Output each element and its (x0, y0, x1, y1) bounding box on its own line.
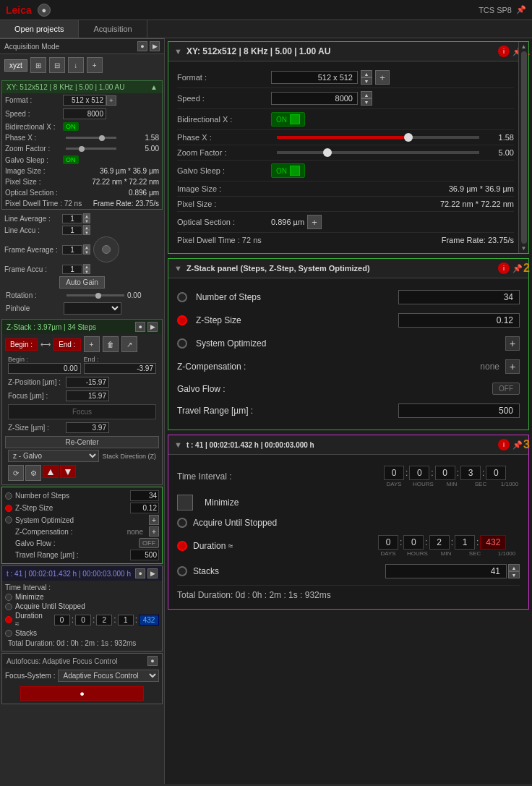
grid2-icon-btn[interactable]: ⊟ (49, 57, 65, 73)
sidebar-zoom-slider[interactable] (66, 148, 116, 150)
begin-btn[interactable]: Begin : (5, 338, 38, 351)
stepper-down-2[interactable]: ▼ (83, 230, 90, 235)
stepper-down-4[interactable]: ▼ (83, 269, 90, 274)
p3-dur-sec-input[interactable] (455, 535, 475, 550)
acq-icon-2[interactable]: ▶ (150, 41, 160, 51)
re-center-btn[interactable]: Re-Center (5, 436, 159, 448)
sidebar-line-avg-stepper[interactable]: ▲ ▼ (83, 213, 90, 223)
steps-input[interactable] (130, 490, 159, 501)
dur-ms-input[interactable] (139, 615, 159, 625)
p3-dur-min-input[interactable] (429, 535, 450, 550)
galvoflow-toggle[interactable]: OFF (139, 538, 159, 548)
p1-phase-slider[interactable] (277, 136, 479, 139)
af-icon[interactable]: ● (147, 656, 158, 666)
sidebar-galvo-toggle[interactable]: ON (63, 155, 79, 164)
p3-days-input[interactable] (384, 466, 404, 480)
end-input[interactable] (84, 363, 157, 374)
settings-icon-btn[interactable]: ⚙ (25, 465, 41, 481)
tab-acquisition[interactable]: Acquisition (79, 20, 147, 38)
p1-zoom-slider[interactable] (277, 151, 479, 154)
p3-stacks-radio[interactable] (177, 566, 187, 576)
scroll-up-arrow[interactable]: ▲ (521, 43, 527, 50)
dur-sec-input[interactable] (118, 615, 134, 625)
sidebar-zsize-input[interactable] (66, 422, 109, 433)
zstep-radio[interactable] (5, 505, 12, 512)
begin-input[interactable] (8, 363, 81, 374)
p2-zstep-radio[interactable] (177, 315, 187, 325)
zstack-add-btn[interactable]: + (84, 336, 100, 352)
p1-format-stepper[interactable]: ▲ ▼ (361, 70, 372, 85)
galvo-select[interactable]: z - Galvo (8, 450, 99, 462)
p2-zcomp-plus[interactable]: + (505, 359, 520, 374)
auto-gain-button[interactable]: Auto Gain (59, 276, 104, 289)
sysopt-plus[interactable]: + (149, 515, 159, 525)
sidebar-frame-accu-input[interactable] (62, 265, 82, 274)
time-icon-1[interactable]: ● (135, 568, 145, 578)
zstack-icon-1[interactable]: ● (135, 322, 145, 332)
p3-dur-days-input[interactable] (378, 535, 398, 550)
p2-steps-radio[interactable] (177, 292, 187, 302)
p2-travel-input[interactable] (398, 403, 520, 418)
p3-stacks-input[interactable] (385, 564, 507, 578)
sidebar-line-avg-input[interactable] (62, 214, 82, 223)
dir-down-btn[interactable]: ▼ (60, 465, 76, 478)
af-system-select[interactable]: Adaptive Focus Control (58, 670, 159, 682)
sidebar-frame-avg-stepper[interactable]: ▲ ▼ (83, 244, 90, 255)
zstack-nav-btn[interactable]: ↗ (121, 336, 137, 352)
panel-1-arrow[interactable]: ▼ (174, 47, 182, 56)
grid-icon-btn[interactable]: ⊞ (30, 57, 46, 73)
optsec-plus-btn[interactable]: + (307, 215, 322, 229)
p3-ms-input[interactable] (486, 466, 506, 480)
p1-speed-stepper[interactable]: ▲ ▼ (361, 91, 372, 106)
add-icon-btn[interactable]: + (87, 57, 103, 73)
format-stepper-up[interactable]: ▲ (361, 70, 372, 77)
stepper-up-4[interactable]: ▲ (83, 264, 90, 269)
p3-stacks-stepper[interactable]: ▲ ▼ (508, 564, 520, 578)
stepper-up[interactable]: ▲ (83, 213, 90, 218)
steps-radio[interactable] (5, 492, 12, 500)
sidebar-speed-input[interactable] (63, 108, 106, 119)
pin-icon[interactable]: 📌 (516, 5, 526, 14)
p2-steps-input[interactable] (398, 290, 520, 304)
sidebar-line-accu-stepper[interactable]: ▲ ▼ (83, 225, 90, 235)
stacks-stepper-up[interactable]: ▲ (508, 564, 520, 571)
p3-duration-radio[interactable] (177, 541, 187, 551)
minimize-radio[interactable] (5, 594, 12, 601)
af-start-btn[interactable]: ● (20, 686, 143, 701)
stepper-down[interactable]: ▼ (83, 218, 90, 223)
nav-wheel[interactable] (93, 236, 119, 262)
sidebar-zpos-input[interactable] (66, 377, 109, 388)
dur-hours-input[interactable] (75, 615, 91, 625)
end-btn[interactable]: End : (53, 338, 80, 351)
p1-galvo-toggle[interactable]: ON (271, 163, 305, 178)
panel-1-scrollbar[interactable]: ▲ ▼ (518, 42, 528, 253)
stacks-radio[interactable] (5, 630, 12, 637)
xyz-btn[interactable]: xyzt (4, 59, 27, 72)
acq-icon-1[interactable]: ● (137, 41, 147, 51)
p3-dur-ms-input[interactable] (480, 535, 506, 550)
travel-input[interactable] (130, 550, 159, 560)
p3-dur-hours-input[interactable] (403, 535, 424, 550)
minimize-checkbox[interactable] (177, 495, 193, 511)
format-stepper-down[interactable]: ▼ (361, 77, 372, 85)
acq-mode-header[interactable]: Acquisition Mode ● ▶ (0, 38, 164, 54)
zstack-icon-2[interactable]: ▶ (147, 322, 158, 332)
sysopt-radio[interactable] (5, 516, 12, 524)
sidebar-zstack-header[interactable]: Z-Stack : 3.97µm | 34 Steps ● ▶ (2, 320, 162, 334)
speed-stepper-down[interactable]: ▼ (361, 98, 372, 106)
sidebar-xy-expand[interactable]: ▲ (150, 83, 158, 91)
stepper-up-2[interactable]: ▲ (83, 225, 90, 230)
sidebar-focus-input[interactable] (66, 390, 109, 401)
acquire-radio[interactable] (5, 603, 12, 610)
download-icon-btn[interactable]: ↓ (68, 57, 84, 73)
p2-sysopt-radio[interactable] (177, 338, 187, 349)
p2-zstep-input[interactable] (398, 313, 520, 328)
stepper-up-3[interactable]: ▲ (83, 244, 90, 249)
circle-button[interactable]: ● (38, 4, 51, 17)
time-icon-2[interactable]: ▶ (147, 568, 158, 578)
dur-min-input[interactable] (96, 615, 112, 625)
zstack-del-btn[interactable]: 🗑 (103, 336, 119, 352)
p1-bidx-toggle[interactable]: ON (271, 112, 305, 127)
tab-open-projects[interactable]: Open projects (0, 20, 79, 38)
panel-2-info-btn[interactable]: i (498, 262, 510, 274)
